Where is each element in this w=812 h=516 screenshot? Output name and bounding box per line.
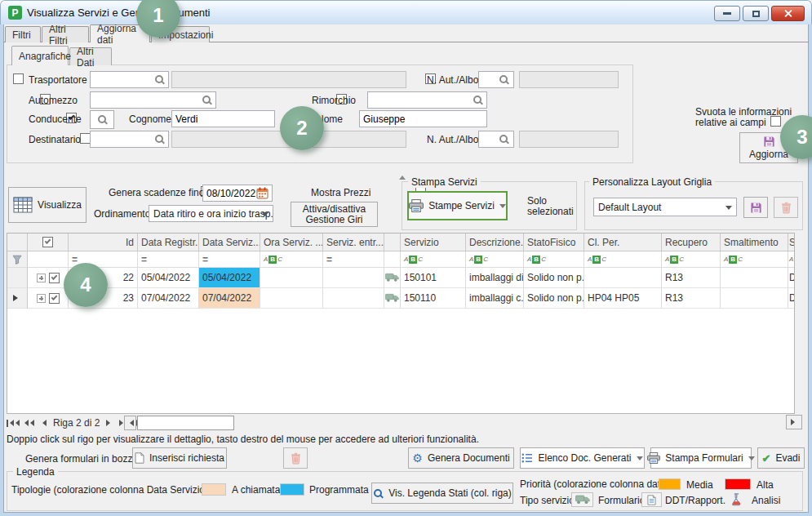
visualizza-button[interactable]: Visualizza — [8, 187, 87, 223]
nome-input[interactable] — [363, 113, 483, 125]
elenco-doc-generati-button[interactable]: Elenco Doc. Generati — [520, 447, 645, 469]
nome-field[interactable] — [359, 110, 487, 127]
col-header-tipo-icon[interactable] — [384, 234, 401, 251]
cell-serviz-entr[interactable] — [323, 288, 384, 309]
filter-indicator-cell[interactable] — [7, 251, 28, 268]
calendar-icon[interactable] — [256, 187, 268, 199]
cell-ora-serviz[interactable] — [260, 268, 323, 288]
naut-albo-bottom-search-field[interactable] — [478, 131, 514, 148]
row-select-cell[interactable] — [28, 268, 69, 288]
equals-filter-icon[interactable]: = — [72, 254, 78, 265]
filter-cell-smaltimento[interactable]: ABC — [721, 251, 788, 268]
search-icon[interactable] — [154, 74, 165, 85]
destinatario-checkbox[interactable] — [80, 133, 91, 144]
conducente-search-button[interactable] — [90, 110, 114, 129]
rimorchio-input[interactable] — [371, 95, 473, 106]
rimorchio-search-field[interactable] — [367, 91, 487, 109]
cell-servizio[interactable]: 150110 — [401, 288, 466, 309]
maximize-button[interactable] — [743, 6, 769, 21]
destinatario-input[interactable] — [94, 134, 154, 145]
next-record-button[interactable] — [102, 416, 115, 429]
cognome-field[interactable] — [171, 110, 275, 127]
row-select-cell[interactable] — [28, 288, 69, 309]
cell-recupero[interactable]: R13 — [662, 288, 721, 309]
vis-legenda-stati-button[interactable]: Vis. Legenda Stati (col. riga) — [371, 483, 513, 504]
delete-row-button[interactable] — [283, 447, 308, 469]
col-header-descrizione[interactable]: Descrizione... — [466, 234, 524, 251]
col-header-servizio[interactable]: Servizio — [401, 234, 466, 251]
filter-cell-statofisico[interactable]: ABC — [524, 251, 584, 268]
col-header-statofisico[interactable]: StatoFisico — [524, 234, 584, 251]
attiva-gestione-giri-button[interactable]: Attiva/disattiva Gestione Giri — [291, 202, 378, 227]
naut-albo-top-input[interactable] — [482, 74, 499, 86]
genera-documenti-button[interactable]: ⚙ Genera Documenti — [408, 447, 514, 469]
inserisci-richiesta-button[interactable]: Inserisci richiesta — [132, 447, 227, 469]
filter-cell-data-registr[interactable]: = — [138, 251, 199, 268]
filter-cell-recupero[interactable]: ABC — [662, 251, 721, 268]
cell-descrizione[interactable]: imballaggi di... — [466, 268, 524, 288]
cell-extra[interactable]: D — [788, 288, 795, 309]
abc-filter-icon[interactable]: ABC — [264, 256, 282, 264]
equals-filter-icon[interactable]: = — [202, 254, 208, 265]
automezzo-input[interactable] — [94, 95, 202, 106]
cell-data-serviz[interactable]: 05/04/2022 — [199, 268, 260, 288]
abc-filter-icon[interactable]: ABC — [469, 256, 488, 264]
cell-tipo[interactable] — [384, 268, 401, 288]
naut-albo-top-search-field[interactable] — [478, 71, 514, 88]
cell-serviz-entr[interactable] — [323, 268, 384, 288]
layout-select[interactable]: Default Layout — [593, 198, 737, 216]
filter-cell-data-serviz[interactable]: = — [199, 251, 260, 268]
expand-icon[interactable] — [37, 274, 46, 282]
trasportatore-checkbox[interactable] — [13, 73, 24, 84]
trasportatore-input[interactable] — [94, 74, 154, 86]
filter-cell-servizio[interactable]: ABC — [401, 251, 466, 268]
row-checkbox[interactable] — [49, 273, 60, 283]
scadenza-date-field[interactable] — [202, 185, 273, 202]
expand-icon[interactable] — [37, 294, 46, 303]
cell-descrizione[interactable]: imballaggi c... — [466, 288, 524, 309]
naut-albo-bottom-input[interactable] — [482, 134, 499, 145]
first-record-button[interactable] — [7, 416, 20, 429]
search-icon[interactable] — [202, 95, 212, 105]
abc-filter-icon[interactable]: ABC — [404, 256, 423, 264]
cell-recupero[interactable]: R13 — [662, 268, 721, 288]
trasportatore-search-field[interactable] — [90, 71, 169, 88]
evadi-button[interactable]: ✔ Evadi — [757, 447, 805, 469]
abc-filter-icon[interactable]: ABC — [665, 256, 684, 264]
subtab-altri-dati[interactable]: Altri Dati — [69, 47, 112, 65]
row-checkbox[interactable] — [49, 293, 60, 304]
header-select-cell[interactable] — [28, 234, 69, 251]
filter-cell-serviz-entr[interactable]: = — [323, 251, 384, 268]
equals-filter-icon[interactable]: = — [141, 254, 147, 265]
hscroll-thumb[interactable] — [137, 416, 234, 430]
col-header-ora-serviz[interactable]: Ora Serviz. ... — [260, 234, 323, 251]
hscroll-left-button[interactable] — [124, 416, 136, 430]
filter-cell-cl-per[interactable]: ABC — [584, 251, 662, 268]
filter-cell-ora-serviz[interactable]: ABC — [260, 251, 323, 268]
cell-cl-per[interactable] — [584, 268, 662, 288]
filter-cell-extra[interactable]: A — [788, 251, 795, 268]
cell-cl-per[interactable]: HP04 HP05 — [584, 288, 662, 309]
table-row[interactable]: 23 07/04/2022 07/04/2022 150110 imballag… — [7, 288, 795, 309]
col-header-smaltimento[interactable]: Smaltimento — [721, 234, 788, 251]
delete-layout-button[interactable] — [774, 197, 798, 218]
table-row[interactable]: 22 05/04/2022 05/04/2022 150101 imballag… — [7, 268, 795, 288]
close-button[interactable] — [771, 6, 805, 21]
tab-filtri[interactable]: Filtri — [5, 26, 41, 42]
filter-cell-descrizione[interactable]: ABC — [466, 251, 524, 268]
cognome-input[interactable] — [175, 113, 271, 125]
cell-servizio[interactable]: 150101 — [401, 268, 466, 288]
col-header-id[interactable]: Id — [69, 234, 138, 251]
cell-statofisico[interactable]: Solido non p... — [524, 268, 584, 288]
tab-altri-filtri[interactable]: Altri Filtri — [42, 26, 89, 42]
cell-extra[interactable]: D — [788, 268, 795, 288]
cell-data-registr[interactable]: 07/04/2022 — [138, 288, 199, 309]
filter-cell-tipo[interactable] — [384, 251, 401, 268]
col-header-serviz-entr[interactable]: Serviz. entr... — [323, 234, 384, 251]
cell-smaltimento[interactable] — [721, 288, 788, 309]
destinatario-search-field[interactable] — [90, 131, 169, 148]
hscroll-right-button[interactable] — [786, 415, 802, 429]
subtab-anagrafiche[interactable]: Anagrafiche — [11, 46, 69, 65]
col-header-data-serviz[interactable]: Data Serviz... — [199, 234, 260, 251]
cell-data-serviz[interactable]: 07/04/2022 — [199, 288, 260, 309]
